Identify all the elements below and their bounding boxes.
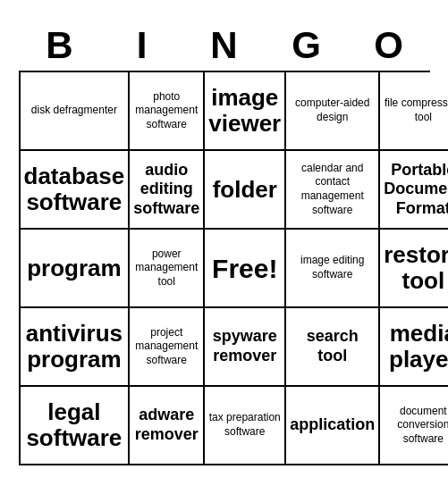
cell-text: computer-aided design bbox=[290, 96, 375, 124]
cell-text: application bbox=[290, 415, 375, 435]
bingo-cell[interactable]: project management software bbox=[130, 308, 205, 387]
bingo-cell[interactable]: application bbox=[286, 387, 380, 465]
cell-text: antivirus program bbox=[24, 321, 125, 372]
cell-text: folder bbox=[213, 177, 277, 203]
header-letter: B bbox=[19, 21, 101, 71]
bingo-grid: disk defragmenterphoto management softwa… bbox=[19, 71, 430, 465]
bingo-cell[interactable]: Free! bbox=[205, 230, 286, 308]
cell-text: audio editing software bbox=[133, 161, 199, 219]
cell-text: database software bbox=[24, 163, 125, 214]
bingo-cell[interactable]: Portable Document Format bbox=[380, 151, 448, 230]
cell-text: Portable Document Format bbox=[384, 161, 448, 219]
header-letter: N bbox=[183, 21, 266, 71]
bingo-cell[interactable]: power management tool bbox=[130, 230, 205, 308]
cell-text: tax preparation software bbox=[208, 411, 281, 439]
cell-text: media player bbox=[384, 321, 448, 372]
bingo-cell[interactable]: search tool bbox=[286, 308, 380, 387]
cell-text: image editing software bbox=[290, 254, 375, 281]
cell-text: program bbox=[27, 256, 121, 281]
header-letter: O bbox=[348, 21, 430, 71]
bingo-cell[interactable]: antivirus program bbox=[21, 308, 131, 387]
bingo-cell[interactable]: database software bbox=[21, 151, 131, 230]
cell-text: file compression tool bbox=[384, 96, 448, 124]
bingo-cell[interactable]: program bbox=[21, 230, 131, 308]
bingo-cell[interactable]: file compression tool bbox=[380, 72, 448, 151]
bingo-cell[interactable]: photo management software bbox=[130, 72, 205, 151]
cell-text: spyware remover bbox=[208, 327, 281, 365]
header-letter: I bbox=[101, 21, 183, 71]
bingo-cell[interactable]: restore tool bbox=[380, 230, 448, 308]
bingo-cell[interactable]: computer-aided design bbox=[286, 72, 380, 151]
header-letter: G bbox=[266, 21, 348, 71]
cell-text: project management software bbox=[133, 326, 199, 368]
bingo-cell[interactable]: media player bbox=[380, 308, 448, 387]
bingo-cell[interactable]: tax preparation software bbox=[205, 387, 286, 465]
cell-text: image viewer bbox=[208, 85, 281, 136]
bingo-cell[interactable]: folder bbox=[205, 151, 286, 230]
cell-text: photo management software bbox=[133, 90, 199, 132]
bingo-cell[interactable]: audio editing software bbox=[130, 151, 205, 230]
cell-text: document conversion software bbox=[384, 405, 448, 447]
cell-text: power management tool bbox=[133, 247, 199, 289]
bingo-cell[interactable]: calendar and contact management software bbox=[286, 151, 380, 230]
bingo-card: BINGO disk defragmenterphoto management … bbox=[10, 12, 439, 474]
cell-text: Free! bbox=[212, 251, 277, 286]
bingo-header: BINGO bbox=[19, 21, 430, 71]
bingo-cell[interactable]: adware remover bbox=[130, 387, 205, 465]
cell-text: restore tool bbox=[384, 242, 448, 293]
cell-text: search tool bbox=[290, 327, 375, 365]
bingo-cell[interactable]: disk defragmenter bbox=[21, 72, 131, 151]
bingo-cell[interactable]: image viewer bbox=[205, 72, 286, 151]
cell-text: adware remover bbox=[133, 406, 199, 444]
bingo-cell[interactable]: document conversion software bbox=[380, 387, 448, 465]
cell-text: legal software bbox=[24, 399, 125, 450]
bingo-cell[interactable]: spyware remover bbox=[205, 308, 286, 387]
cell-text: calendar and contact management software bbox=[290, 162, 375, 217]
bingo-cell[interactable]: legal software bbox=[21, 387, 131, 465]
cell-text: disk defragmenter bbox=[31, 104, 117, 118]
bingo-cell[interactable]: image editing software bbox=[286, 230, 380, 308]
